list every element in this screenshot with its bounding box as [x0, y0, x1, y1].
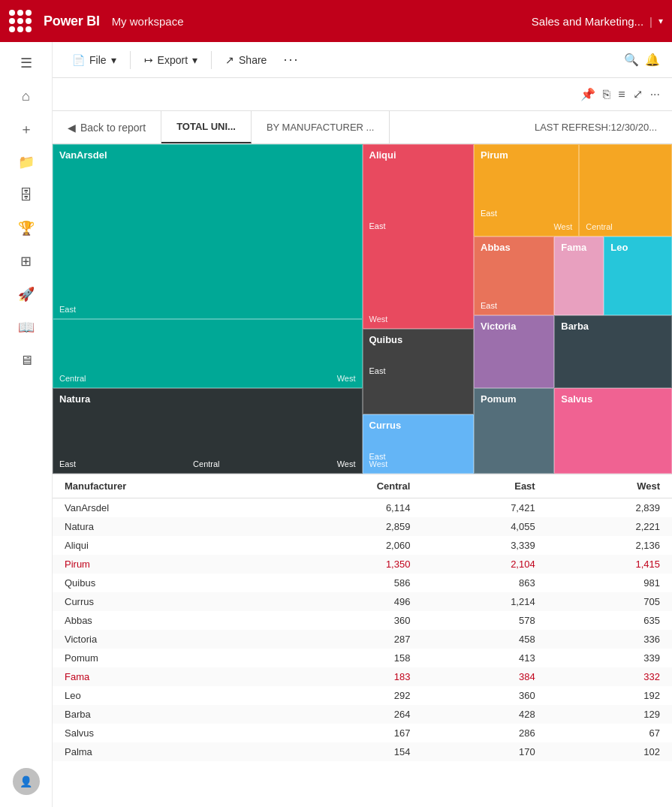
pin-icon[interactable]: 📌	[580, 87, 595, 101]
cell-manufacturer: Fama	[53, 667, 274, 686]
cell-manufacturer: VanArsdel	[53, 498, 274, 518]
tab-total-units[interactable]: TOTAL UNI...	[161, 111, 252, 143]
cell-manufacturer: Victoria	[53, 630, 274, 649]
back-arrow-icon: ◀	[68, 122, 76, 134]
table-row: Palma 154 170 102	[53, 742, 672, 761]
tm-abbas-label: Abbas	[481, 242, 547, 253]
notifications-icon[interactable]: 🔔	[645, 53, 660, 67]
tm-currus-west: West	[369, 459, 388, 468]
report-title-text: Sales and Marketing...	[532, 15, 643, 28]
tm-pirum-east: East	[481, 209, 497, 218]
sidebar-data-icon[interactable]: 🗄	[11, 180, 41, 210]
cell-west: 981	[547, 574, 672, 592]
cell-central: 2,060	[274, 536, 423, 555]
tm-leo-label: Leo	[610, 242, 665, 253]
file-label: File	[89, 54, 107, 66]
cell-central: 586	[274, 574, 423, 592]
treemap-pirum-central: Central	[579, 144, 672, 236]
table-row: Leo 292 360 192	[53, 686, 672, 705]
treemap-vanarsdel-central-west: Central West	[53, 319, 363, 388]
more-icon[interactable]: ···	[650, 88, 660, 101]
treemap-abbas: Abbas East	[474, 236, 554, 315]
cell-manufacturer: Aliqui	[53, 536, 274, 555]
title-dropdown-icon[interactable]: ▾	[658, 16, 663, 26]
cell-west: 635	[547, 611, 672, 630]
tm-sub-east: East	[59, 305, 76, 314]
filter-icon[interactable]: ≡	[618, 88, 625, 101]
workspace-name: My workspace	[112, 15, 184, 28]
sidebar-goals-icon[interactable]: 🏆	[11, 213, 41, 243]
tab-by-manufacturer-label: BY MANUFACTURER ...	[267, 122, 375, 133]
cell-west: 339	[547, 649, 672, 667]
export-icon: ↦	[144, 54, 153, 66]
cell-manufacturer: Barba	[53, 705, 274, 724]
search-icon[interactable]: 🔍	[624, 53, 639, 67]
cell-west: 67	[547, 724, 672, 742]
toolbar-separator-1	[130, 51, 131, 69]
toolbar-separator-2	[211, 51, 212, 69]
sidebar-learn-icon[interactable]: 🚀	[11, 279, 41, 309]
back-to-report-button[interactable]: ◀ Back to report	[53, 111, 161, 143]
cell-manufacturer: Quibus	[53, 574, 274, 592]
tm-currus-label: Currus	[369, 420, 468, 431]
tm-quibus-east: East	[369, 366, 386, 375]
secondary-toolbar: 📌 ⎘ ≡ ⤢ ···	[53, 78, 672, 111]
export-chevron: ▾	[192, 54, 197, 66]
cell-central: 183	[274, 667, 423, 686]
tm-label: VanArsdel	[59, 149, 356, 161]
cell-east: 7,421	[422, 498, 547, 518]
treemap-pirum: Pirum East West	[474, 144, 579, 236]
cell-east: 4,055	[422, 517, 547, 536]
tm-abbas-east: East	[481, 301, 497, 310]
sidebar-create-icon[interactable]: ＋	[11, 114, 41, 144]
data-table: Manufacturer Central East West VanArsdel…	[53, 474, 672, 761]
cell-east: 863	[422, 574, 547, 592]
top-bar: Power BI My workspace Sales and Marketin…	[0, 0, 672, 42]
share-icon: ↗	[225, 54, 234, 66]
share-button[interactable]: ↗ Share	[218, 50, 274, 71]
table-row: Pomum 158 413 339	[53, 649, 672, 667]
table-row: Natura 2,859 4,055 2,221	[53, 517, 672, 536]
focus-icon[interactable]: ⤢	[633, 87, 643, 101]
file-button[interactable]: 📄 File ▾	[65, 50, 124, 71]
sidebar-home-icon[interactable]: ⌂	[11, 81, 41, 111]
cell-west: 336	[547, 630, 672, 649]
content-area: 📄 File ▾ ↦ Export ▾ ↗ Share ··· 🔍	[53, 42, 672, 807]
cell-west: 2,136	[547, 536, 672, 555]
treemap-vanarsdel-east: VanArsdel East	[53, 144, 363, 319]
cell-central: 496	[274, 592, 423, 611]
cell-west: 1,415	[547, 555, 672, 574]
tab-by-manufacturer[interactable]: BY MANUFACTURER ...	[252, 111, 390, 143]
cell-manufacturer: Pomum	[53, 649, 274, 667]
table-row: Fama 183 384 332	[53, 667, 672, 686]
cell-manufacturer: Natura	[53, 517, 274, 536]
sidebar-menu-icon[interactable]: ☰	[11, 48, 41, 78]
sidebar-monitor-icon[interactable]: 🖥	[11, 345, 41, 375]
cell-manufacturer: Salvus	[53, 724, 274, 742]
col-central: Central	[274, 474, 423, 498]
treemap-quibus: Quibus East	[363, 329, 475, 414]
cell-central: 154	[274, 742, 423, 761]
sidebar-browse-icon[interactable]: 📁	[11, 147, 41, 177]
tm-natura-central: Central	[193, 459, 219, 468]
back-to-report-label: Back to report	[80, 122, 146, 134]
app-grid-icon[interactable]	[9, 10, 32, 32]
cell-west: 129	[547, 705, 672, 724]
toolbar-more-icon[interactable]: ···	[283, 52, 299, 68]
tm-sub-central: Central	[59, 374, 86, 383]
copy-icon[interactable]: ⎘	[603, 88, 610, 101]
export-button[interactable]: ↦ Export ▾	[137, 50, 205, 71]
cell-east: 2,104	[422, 555, 547, 574]
cell-central: 287	[274, 630, 423, 649]
brand-name: Power BI	[44, 14, 100, 29]
sidebar-settings-icon[interactable]: 📖	[11, 312, 41, 342]
sidebar-apps-icon[interactable]: ⊞	[11, 246, 41, 276]
cell-east: 458	[422, 630, 547, 649]
cell-central: 264	[274, 705, 423, 724]
cell-west: 705	[547, 592, 672, 611]
user-avatar[interactable]: 👤	[13, 768, 40, 795]
tm-natura-east: East	[59, 459, 76, 468]
table-row: Victoria 287 458 336	[53, 630, 672, 649]
file-chevron: ▾	[111, 54, 116, 66]
sidebar: ☰ ⌂ ＋ 📁 🗄 🏆 ⊞ 🚀 📖 🖥 👤	[0, 42, 53, 807]
